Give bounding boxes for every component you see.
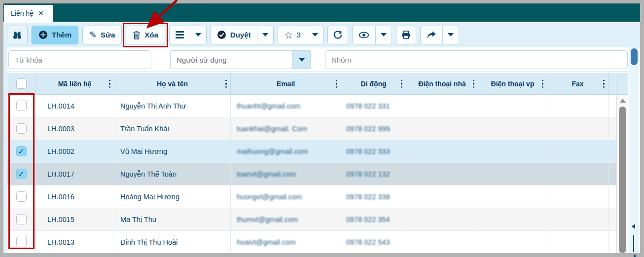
find-button[interactable] — [7, 26, 28, 44]
row-checkbox[interactable]: ✓ — [16, 146, 27, 156]
pencil-icon: ✎ — [89, 31, 97, 39]
column-header-label: Email — [277, 80, 295, 88]
filler-cell — [608, 231, 616, 253]
contact-home-phone-cell — [406, 163, 478, 185]
column-menu-icon[interactable] — [109, 79, 111, 88]
print-button[interactable] — [396, 26, 416, 44]
column-header[interactable]: Điện thoại vp — [478, 73, 547, 94]
contact-fax-cell — [547, 140, 608, 162]
column-header[interactable]: Di động — [341, 73, 406, 94]
filler-cell — [608, 208, 616, 230]
menu-button[interactable] — [170, 26, 190, 44]
titlebar: Liên hệ ✕ — [3, 3, 640, 22]
row-checkbox[interactable]: ✓ — [16, 169, 27, 179]
contact-name-cell: Ma Thị Thu — [114, 208, 231, 230]
column-header-label: Mã liên hệ — [58, 80, 92, 88]
collapse-left-icon[interactable] — [632, 224, 635, 229]
contact-office-phone-cell — [478, 163, 547, 185]
add-button-label: Thêm — [52, 31, 72, 39]
vertical-scrollbar[interactable] — [616, 95, 628, 253]
filler-header-cell — [616, 73, 628, 94]
star-dropdown-button[interactable] — [307, 26, 323, 44]
chevron-down-icon — [195, 33, 201, 37]
column-menu-icon[interactable] — [603, 79, 605, 88]
table-row[interactable]: ✓ LH.0002 Vũ Mai Hương maihuong@gmail.co… — [7, 140, 628, 163]
row-checkbox[interactable]: ✓ — [16, 237, 27, 247]
grid-header: ✓ Mã liên hệHọ và tênEmailDi độngĐiện th… — [7, 73, 628, 95]
contact-fax-cell — [547, 95, 608, 117]
forward-arrow-icon — [427, 31, 436, 39]
expand-right-icon[interactable] — [634, 254, 637, 257]
table-row[interactable]: ✓ LH.0014 Nguyễn Thị Anh Thư thuanht@gma… — [7, 95, 628, 117]
toolbar: Thêm ✎ Sửa Xóa — [3, 22, 640, 47]
table-row[interactable]: ✓ LH.0003 Trần Tuấn Khải tuankhai@gmail.… — [7, 117, 628, 140]
column-header[interactable]: Điện thoại nhà — [406, 73, 478, 94]
star-filter-button[interactable]: ☆ 3 — [278, 26, 307, 44]
app-window: Liên hệ ✕ — [3, 3, 640, 253]
row-checkbox-cell: ✓ — [7, 163, 36, 185]
chevron-down-icon — [262, 33, 268, 37]
keyword-input[interactable] — [8, 50, 151, 69]
column-header[interactable]: Mã liên hệ — [36, 73, 114, 94]
contact-name-cell: Trần Tuấn Khải — [114, 117, 231, 140]
view-dropdown-button[interactable] — [375, 26, 392, 44]
tab-close-icon[interactable]: ✕ — [38, 9, 44, 17]
add-button[interactable]: Thêm — [32, 26, 78, 44]
row-checkbox[interactable]: ✓ — [16, 123, 27, 134]
contact-fax-cell — [547, 231, 608, 253]
column-header[interactable]: Fax — [547, 73, 608, 94]
right-scroll-pill[interactable] — [631, 48, 638, 65]
row-checkbox[interactable]: ✓ — [16, 214, 27, 224]
contact-mobile-cell: 0978 022 543 — [341, 231, 406, 253]
approve-dropdown-button[interactable] — [257, 26, 273, 44]
star-split-button: ☆ 3 — [278, 26, 323, 44]
hamburger-icon — [176, 31, 184, 38]
chevron-down-icon — [312, 33, 318, 37]
splitter-handle[interactable] — [633, 235, 634, 252]
contact-office-phone-cell — [478, 208, 547, 230]
contact-home-phone-cell — [406, 231, 478, 253]
user-select-dropdown-button[interactable] — [292, 51, 310, 69]
star-icon: ☆ — [283, 28, 293, 41]
view-button[interactable] — [353, 26, 375, 44]
column-menu-icon[interactable] — [225, 79, 227, 88]
row-checkbox-cell: ✓ — [7, 140, 36, 162]
filler-cell — [608, 140, 616, 162]
contact-home-phone-cell — [406, 185, 478, 208]
left-gutter — [3, 47, 7, 253]
scroll-up-icon[interactable] — [620, 99, 626, 103]
user-select[interactable]: Người sử dụng — [170, 50, 311, 69]
table-row[interactable]: ✓ LH.0016 Hoàng Mai Hương huongvt@gmail.… — [7, 185, 628, 208]
share-button[interactable] — [421, 26, 442, 44]
table-row[interactable]: ✓ LH.0013 Đinh Thị Thu Hoài hoaivt@gmail… — [7, 231, 628, 253]
eye-icon — [358, 31, 369, 39]
select-all-checkbox[interactable]: ✓ — [16, 78, 27, 89]
tab-lien-he[interactable]: Liên hệ ✕ — [4, 5, 53, 22]
delete-button[interactable]: Xóa — [126, 26, 165, 44]
contact-name-cell: Hoàng Mai Hương — [114, 185, 231, 208]
column-menu-icon[interactable] — [401, 79, 403, 88]
refresh-button[interactable] — [327, 26, 348, 44]
menu-dropdown-button[interactable] — [190, 26, 206, 44]
column-header[interactable]: Họ và tên — [114, 73, 231, 94]
row-checkbox[interactable]: ✓ — [16, 101, 27, 111]
row-checkbox[interactable]: ✓ — [16, 191, 27, 202]
column-menu-icon[interactable] — [473, 79, 475, 88]
scrollbar-thumb[interactable] — [619, 107, 626, 253]
contact-code-cell: LH.0013 — [36, 231, 114, 253]
share-dropdown-button[interactable] — [442, 26, 459, 44]
table-row[interactable]: ✓ LH.0015 Ma Thị Thu thumvt@gmail.com 09… — [7, 208, 628, 231]
menu-split-button — [169, 26, 207, 44]
column-menu-icon[interactable] — [542, 79, 544, 88]
group-input[interactable] — [325, 50, 628, 69]
contact-mobile-cell: 0978 022 331 — [341, 95, 406, 117]
column-menu-icon[interactable] — [336, 79, 338, 88]
contact-mobile-cell: 0978 022 354 — [341, 208, 406, 230]
column-header[interactable]: Email — [231, 73, 341, 94]
approve-button[interactable]: Duyệt — [211, 26, 257, 44]
contact-home-phone-cell — [406, 140, 478, 162]
edit-button[interactable]: ✎ Sửa — [82, 26, 122, 44]
row-checkbox-cell: ✓ — [7, 208, 36, 230]
contact-email-cell: tuankhai@gmail. Com — [231, 117, 341, 140]
table-row[interactable]: ✓ LH.0017 Nguyễn Thế Toàn toanvt@gmail.c… — [7, 163, 628, 185]
